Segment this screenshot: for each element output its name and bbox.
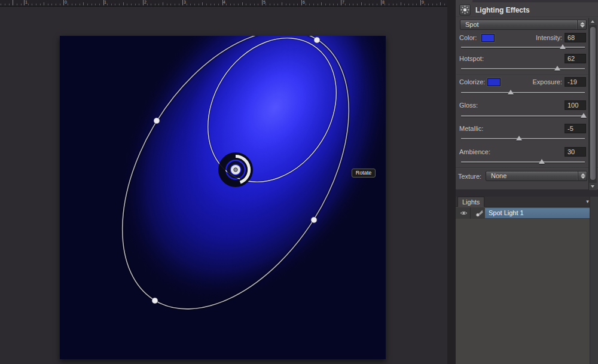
ambience-label: Ambience: (459, 148, 490, 156)
dropdown-stepper[interactable] (578, 172, 587, 181)
handle-top[interactable] (314, 37, 320, 43)
light-list-row[interactable]: Spot Light 1 (456, 207, 590, 219)
intensity-slider[interactable] (461, 44, 585, 50)
arrow-up-icon (591, 20, 594, 23)
ambience-slider[interactable] (461, 159, 585, 165)
column-divider (470, 207, 471, 219)
ruler-number: 5 (263, 0, 266, 5)
tab-lights[interactable]: Lights (457, 197, 484, 207)
colorize-label: Colorize: (459, 78, 485, 86)
scroll-up-button[interactable] (589, 18, 597, 25)
ruler-number: 1 (104, 0, 106, 5)
light-type-dropdown[interactable]: Spot (460, 20, 587, 30)
header-divider (456, 17, 598, 18)
dropdown-stepper[interactable] (577, 20, 586, 29)
slider-thumb[interactable] (554, 66, 560, 71)
slider-track (461, 138, 585, 139)
slider-thumb[interactable] (516, 136, 522, 140)
stepper-down-icon (580, 25, 585, 27)
lighting-preview (60, 36, 386, 359)
gloss-label: Gloss: (459, 102, 478, 109)
metallic-value[interactable]: -5 (565, 124, 586, 133)
ruler-number: 3 (184, 0, 186, 5)
slider-track (461, 68, 585, 69)
light-color-swatch[interactable] (481, 34, 495, 42)
slider-track (461, 47, 585, 48)
colorize-swatch[interactable] (487, 78, 501, 86)
rotate-tooltip: Rotate (352, 169, 376, 178)
ruler-number: 4 (223, 0, 225, 5)
document-canvas[interactable] (60, 36, 386, 359)
hotspot-slider[interactable] (461, 66, 585, 72)
stepper-up-icon (581, 173, 585, 176)
ruler-number: 8 (382, 0, 385, 5)
slider-thumb[interactable] (560, 44, 566, 49)
photoshop-lighting-effects-workspace: 10123456789 (0, 0, 598, 364)
metallic-label: Metallic: (459, 125, 483, 133)
slider-thumb[interactable] (539, 159, 545, 164)
ruler-number: 9 (422, 0, 424, 5)
scroll-down-button[interactable] (589, 183, 597, 190)
visibility-eye-icon[interactable] (460, 210, 468, 216)
scrollbar-thumb[interactable] (590, 26, 596, 181)
lights-panel-edge (590, 197, 598, 364)
texture-label: Texture: (458, 173, 481, 181)
spot-light-icon (475, 209, 483, 217)
slider-thumb[interactable] (508, 90, 514, 94)
center-dot (234, 168, 237, 172)
lighting-effects-icon (459, 4, 471, 16)
handle-bottom[interactable] (152, 298, 158, 304)
gloss-value[interactable]: 100 (565, 100, 586, 110)
stepper-up-icon (580, 22, 585, 25)
texture-dropdown[interactable]: None (486, 171, 587, 181)
properties-scrollbar[interactable] (588, 18, 597, 190)
ruler-number: 6 (303, 0, 305, 5)
hotspot-label: Hotspot: (459, 55, 484, 63)
hotspot-value[interactable]: 62 (565, 54, 586, 63)
slider-track (461, 115, 585, 117)
metallic-slider[interactable] (461, 136, 585, 142)
slider-track (461, 161, 585, 163)
panel-title: Lighting Effects (475, 6, 530, 14)
stepper-down-icon (581, 176, 585, 179)
intensity-value[interactable]: 68 (565, 33, 586, 42)
lights-tab-bar: Lights ▾≡ (456, 197, 598, 207)
lighting-effects-properties-panel: Lighting Effects Spot Color: Intensity: … (456, 0, 598, 190)
ruler-number: 0 (65, 0, 67, 5)
ruler-number: 7 (342, 0, 344, 5)
slider-track (461, 92, 585, 93)
gloss-slider[interactable] (461, 113, 585, 119)
section-divider (456, 167, 598, 169)
panel-top-strip (472, 0, 598, 2)
slider-thumb[interactable] (581, 113, 587, 118)
exposure-value[interactable]: -19 (565, 77, 586, 87)
arrow-down-icon (591, 185, 594, 188)
light-item-selected[interactable]: Spot Light 1 (485, 208, 590, 218)
section-divider (456, 75, 598, 76)
intensity-label: Intensity: (502, 34, 562, 42)
ambience-value[interactable]: 30 (565, 147, 586, 157)
light-type-value: Spot (465, 21, 479, 28)
texture-value: None (491, 172, 507, 179)
color-label: Color: (459, 34, 477, 42)
horizontal-ruler: 10123456789 (0, 0, 447, 7)
ruler-number: 1 (25, 0, 28, 5)
exposure-slider[interactable] (461, 90, 585, 96)
lights-panel: Lights ▾≡ Spot Light 1 (456, 197, 598, 364)
handle-right[interactable] (311, 217, 317, 223)
exposure-label: Exposure: (502, 78, 562, 86)
ruler-number: 2 (144, 0, 147, 5)
handle-left[interactable] (154, 118, 160, 124)
panel-gutter (447, 0, 456, 364)
